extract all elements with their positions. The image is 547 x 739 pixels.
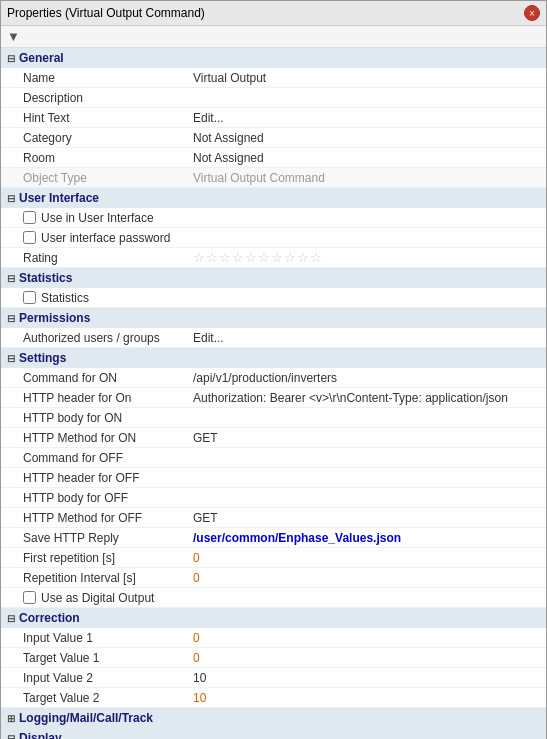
prop-room-label: Room	[23, 151, 193, 165]
prop-http-method-off-label: HTTP Method for OFF	[23, 511, 193, 525]
section-general-label: General	[19, 51, 64, 65]
prop-http-header-off-label: HTTP header for OFF	[23, 471, 193, 485]
cb-use-in-ui-label: Use in User Interface	[41, 211, 154, 225]
prop-http-method-on-label: HTTP Method for ON	[23, 431, 193, 445]
prop-first-rep-value: 0	[193, 551, 538, 565]
general-properties: Name Virtual Output Description Hint Tex…	[1, 68, 546, 188]
prop-object-type: Object Type Virtual Output Command	[1, 168, 546, 188]
cb-digital-output-input[interactable]	[23, 591, 36, 604]
cb-statistics-input[interactable]	[23, 291, 36, 304]
prop-save-http-reply-label: Save HTTP Reply	[23, 531, 193, 545]
section-general-toggle: ⊟	[7, 53, 15, 64]
cb-statistics: Statistics	[1, 288, 546, 308]
section-correction[interactable]: ⊟ Correction	[1, 608, 546, 628]
prop-input-val-2-label: Input Value 2	[23, 671, 193, 685]
prop-save-http-reply: Save HTTP Reply /user/common/Enphase_Val…	[1, 528, 546, 548]
prop-http-header-on-value: Authorization: Bearer <v>\r\nContent-Typ…	[193, 391, 538, 405]
settings-properties: Command for ON /api/v1/production/invert…	[1, 368, 546, 608]
prop-target-val-1: Target Value 1 0	[1, 648, 546, 668]
cb-use-in-ui: Use in User Interface	[1, 208, 546, 228]
cb-ui-password-label: User interface password	[41, 231, 170, 245]
prop-cmd-on: Command for ON /api/v1/production/invert…	[1, 368, 546, 388]
prop-room-value: Not Assigned	[193, 151, 538, 165]
prop-auth-users-value: Edit...	[193, 331, 538, 345]
prop-http-body-on-label: HTTP body for ON	[23, 411, 193, 425]
prop-cmd-on-label: Command for ON	[23, 371, 193, 385]
prop-http-body-off: HTTP body for OFF	[1, 488, 546, 508]
cb-digital-output: Use as Digital Output	[1, 588, 546, 608]
section-correction-label: Correction	[19, 611, 80, 625]
prop-target-val-1-value: 0	[193, 651, 538, 665]
prop-target-val-2: Target Value 2 10	[1, 688, 546, 708]
prop-input-val-2: Input Value 2 10	[1, 668, 546, 688]
cb-ui-password: User interface password	[1, 228, 546, 248]
cb-use-in-ui-input[interactable]	[23, 211, 36, 224]
properties-window: Properties (Virtual Output Command) × ▼ …	[0, 0, 547, 739]
section-permissions-toggle: ⊟	[7, 313, 15, 324]
title-bar: Properties (Virtual Output Command) ×	[1, 1, 546, 26]
prop-room: Room Not Assigned	[1, 148, 546, 168]
prop-http-header-on-label: HTTP header for On	[23, 391, 193, 405]
prop-rating-stars[interactable]: ☆☆☆☆☆☆☆☆☆☆	[193, 250, 323, 265]
prop-hint-text-value: Edit...	[193, 111, 538, 125]
section-logging[interactable]: ⊞ Logging/Mail/Call/Track	[1, 708, 546, 728]
prop-rep-interval-label: Repetition Interval [s]	[23, 571, 193, 585]
prop-http-header-on: HTTP header for On Authorization: Bearer…	[1, 388, 546, 408]
prop-hint-text: Hint Text Edit...	[1, 108, 546, 128]
section-settings-label: Settings	[19, 351, 66, 365]
close-button[interactable]: ×	[524, 5, 540, 21]
prop-input-val-2-value: 10	[193, 671, 538, 685]
prop-cmd-off-label: Command for OFF	[23, 451, 193, 465]
cb-digital-output-label: Use as Digital Output	[41, 591, 154, 605]
properties-content: ⊟ General Name Virtual Output Descriptio…	[1, 48, 546, 739]
section-logging-toggle: ⊞	[7, 713, 15, 724]
prop-name-label: Name	[23, 71, 193, 85]
prop-http-header-off: HTTP header for OFF	[1, 468, 546, 488]
prop-category: Category Not Assigned	[1, 128, 546, 148]
prop-first-rep: First repetition [s] 0	[1, 548, 546, 568]
section-user-interface[interactable]: ⊟ User Interface	[1, 188, 546, 208]
prop-http-body-off-label: HTTP body for OFF	[23, 491, 193, 505]
prop-http-method-on-value: GET	[193, 431, 538, 445]
section-general[interactable]: ⊟ General	[1, 48, 546, 68]
prop-input-val-1: Input Value 1 0	[1, 628, 546, 648]
prop-description-label: Description	[23, 91, 193, 105]
section-ui-label: User Interface	[19, 191, 99, 205]
prop-object-type-value: Virtual Output Command	[193, 171, 538, 185]
prop-first-rep-label: First repetition [s]	[23, 551, 193, 565]
prop-name-value: Virtual Output	[193, 71, 538, 85]
section-ui-toggle: ⊟	[7, 193, 15, 204]
prop-category-value: Not Assigned	[193, 131, 538, 145]
prop-object-type-label: Object Type	[23, 171, 193, 185]
section-logging-label: Logging/Mail/Call/Track	[19, 711, 153, 725]
filter-icon[interactable]: ▼	[7, 29, 20, 44]
window-title: Properties (Virtual Output Command)	[7, 6, 205, 20]
prop-input-val-1-label: Input Value 1	[23, 631, 193, 645]
section-settings[interactable]: ⊟ Settings	[1, 348, 546, 368]
prop-http-method-off: HTTP Method for OFF GET	[1, 508, 546, 528]
prop-auth-users-label: Authorized users / groups	[23, 331, 193, 345]
prop-rating: Rating ☆☆☆☆☆☆☆☆☆☆	[1, 248, 546, 268]
permissions-properties: Authorized users / groups Edit...	[1, 328, 546, 348]
prop-rep-interval-value: 0	[193, 571, 538, 585]
section-statistics-toggle: ⊟	[7, 273, 15, 284]
section-statistics-label: Statistics	[19, 271, 72, 285]
prop-target-val-2-value: 10	[193, 691, 538, 705]
toolbar: ▼	[1, 26, 546, 48]
prop-description: Description	[1, 88, 546, 108]
correction-properties: Input Value 1 0 Target Value 1 0 Input V…	[1, 628, 546, 708]
section-correction-toggle: ⊟	[7, 613, 15, 624]
statistics-properties: Statistics	[1, 288, 546, 308]
prop-input-val-1-value: 0	[193, 631, 538, 645]
section-permissions[interactable]: ⊟ Permissions	[1, 308, 546, 328]
prop-save-http-reply-value: /user/common/Enphase_Values.json	[193, 531, 538, 545]
prop-rating-label: Rating	[23, 251, 193, 265]
cb-ui-password-input[interactable]	[23, 231, 36, 244]
prop-http-method-off-value: GET	[193, 511, 538, 525]
prop-auth-users: Authorized users / groups Edit...	[1, 328, 546, 348]
section-statistics[interactable]: ⊟ Statistics	[1, 268, 546, 288]
prop-http-method-on: HTTP Method for ON GET	[1, 428, 546, 448]
section-display-label: Display	[19, 731, 62, 739]
section-display[interactable]: ⊟ Display	[1, 728, 546, 739]
prop-rep-interval: Repetition Interval [s] 0	[1, 568, 546, 588]
